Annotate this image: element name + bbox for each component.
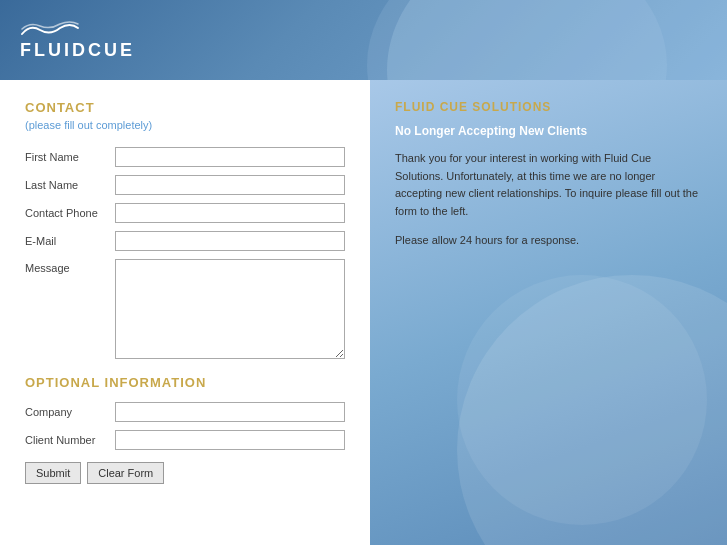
first-name-input[interactable] [115,147,345,167]
optional-section: OPTIONAL INFORMATION [25,375,345,390]
first-name-row: First Name [25,147,345,167]
optional-title: OPTIONAL INFORMATION [25,375,345,390]
company-row: Company [25,402,345,422]
logo-area: FLUIDCUE [20,20,135,61]
client-number-input[interactable] [115,430,345,450]
clear-form-button[interactable]: Clear Form [87,462,164,484]
client-number-label: Client Number [25,434,115,446]
logo-text: FLUIDCUE [20,40,135,61]
right-panel-subtitle: No Longer Accepting New Clients [395,124,702,138]
message-row: Message [25,259,345,359]
company-label: Company [25,406,115,418]
message-textarea[interactable] [115,259,345,359]
main-content: CONTACT (please fill out completely) Fir… [0,80,727,545]
first-name-label: First Name [25,151,115,163]
phone-label: Contact Phone [25,207,115,219]
email-input[interactable] [115,231,345,251]
last-name-input[interactable] [115,175,345,195]
email-row: E-Mail [25,231,345,251]
right-panel: FLUID CUE SOLUTIONS No Longer Accepting … [370,80,727,545]
client-number-row: Client Number [25,430,345,450]
phone-row: Contact Phone [25,203,345,223]
contact-title: CONTACT [25,100,345,115]
email-label: E-Mail [25,235,115,247]
contact-subtitle: (please fill out completely) [25,119,345,131]
right-panel-body: Thank you for your interest in working w… [395,150,702,220]
message-label: Message [25,262,115,274]
company-input[interactable] [115,402,345,422]
button-row: Submit Clear Form [25,462,345,484]
last-name-row: Last Name [25,175,345,195]
right-panel-note: Please allow 24 hours for a response. [395,234,702,246]
submit-button[interactable]: Submit [25,462,81,484]
left-panel: CONTACT (please fill out completely) Fir… [0,80,370,545]
last-name-label: Last Name [25,179,115,191]
header: FLUIDCUE [0,0,727,80]
phone-input[interactable] [115,203,345,223]
right-panel-title: FLUID CUE SOLUTIONS [395,100,702,114]
logo-wave-icon [20,20,80,38]
